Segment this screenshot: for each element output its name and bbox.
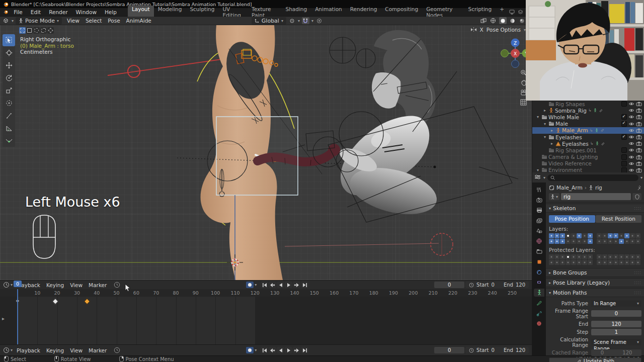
- tab-scene[interactable]: [534, 227, 544, 235]
- eye-icon[interactable]: [628, 135, 634, 139]
- layer-cell[interactable]: [571, 233, 576, 238]
- outliner-row[interactable]: ▾Eyelashes: [532, 134, 644, 140]
- snap-magnet-icon[interactable]: [302, 17, 309, 24]
- layer-cell[interactable]: [602, 254, 607, 259]
- select-lasso-button[interactable]: [40, 27, 47, 34]
- start-value[interactable]: 0: [492, 282, 495, 288]
- layer-cell[interactable]: [608, 239, 613, 244]
- layer-cell[interactable]: [554, 239, 559, 244]
- layer-cell[interactable]: [560, 254, 565, 259]
- outliner-row[interactable]: Camera & Lighting: [532, 154, 644, 160]
- proportional-edit-icon[interactable]: [315, 17, 323, 24]
- mode-dropdown[interactable]: Pose Mode ▾: [16, 17, 62, 25]
- layer-cell[interactable]: [566, 254, 571, 259]
- layers-icon[interactable]: [518, 10, 523, 15]
- layer-cell[interactable]: [597, 260, 602, 265]
- keyframe-diamond[interactable]: [52, 298, 58, 305]
- camera-icon[interactable]: [636, 115, 642, 119]
- select-paint-button[interactable]: [47, 27, 54, 34]
- armature-name-field[interactable]: rig: [561, 193, 631, 200]
- frame-range-end-field[interactable]: 120: [591, 321, 641, 327]
- layer-cell[interactable]: [619, 233, 624, 238]
- timeline2-menu-item[interactable]: Playback: [14, 347, 43, 353]
- auto-key-button[interactable]: [246, 282, 254, 288]
- rest-position-button[interactable]: Rest Position: [596, 215, 642, 223]
- layer-cell[interactable]: [571, 260, 576, 265]
- app-menu-item[interactable]: Help: [101, 9, 121, 16]
- layer-cell[interactable]: [624, 233, 629, 238]
- end2-value[interactable]: 120: [516, 347, 525, 353]
- breadcrumb-data[interactable]: rig: [595, 185, 602, 191]
- jump-to-start-button[interactable]: [261, 282, 268, 288]
- gizmo-toggle-icon[interactable]: [480, 17, 488, 24]
- layer-cell[interactable]: [597, 254, 602, 259]
- blender-menu-icon[interactable]: [3, 10, 9, 15]
- armature-id-icon[interactable]: ▾: [549, 193, 559, 200]
- eye-icon[interactable]: [628, 148, 634, 152]
- layer-cell[interactable]: [630, 233, 635, 238]
- timeline2-menu-item[interactable]: View: [67, 347, 86, 353]
- properties-editor-icon[interactable]: [534, 174, 541, 180]
- tool-transform[interactable]: [3, 97, 15, 109]
- include-checkbox[interactable]: [621, 147, 627, 153]
- layer-cell[interactable]: [582, 254, 587, 259]
- tab-bone[interactable]: [534, 299, 544, 307]
- layer-cell[interactable]: [582, 239, 587, 244]
- editor-type-icon[interactable]: [2, 17, 10, 24]
- expand-icon[interactable]: ▾: [542, 135, 547, 139]
- properties-editor-caret[interactable]: ▾: [543, 175, 545, 180]
- mirror-x-label[interactable]: X: [480, 27, 484, 33]
- timeline-menu-item[interactable]: View: [67, 282, 86, 288]
- layer-cell[interactable]: [549, 254, 554, 259]
- eye-icon[interactable]: [628, 161, 634, 166]
- layer-cell[interactable]: [619, 254, 624, 259]
- layer-cell[interactable]: [582, 233, 587, 238]
- camera-icon[interactable]: [636, 135, 642, 139]
- layer-cell[interactable]: [549, 260, 554, 265]
- layer-cell[interactable]: [577, 254, 582, 259]
- timeline2-editor-caret[interactable]: ▾: [11, 348, 13, 352]
- layer-cell[interactable]: [560, 260, 565, 265]
- layer-cell[interactable]: [597, 239, 602, 244]
- camera-icon[interactable]: [636, 161, 642, 166]
- pose-options-dropdown[interactable]: Pose Options: [487, 27, 521, 33]
- tab-collection[interactable]: [534, 247, 544, 255]
- timeline-menu-item[interactable]: Marker: [86, 282, 110, 288]
- eye-icon[interactable]: [628, 115, 634, 119]
- include-checkbox[interactable]: [621, 134, 627, 140]
- tool-move[interactable]: [3, 59, 15, 71]
- layer-cell[interactable]: [624, 254, 629, 259]
- timeline-menu-item[interactable]: Keying: [43, 282, 67, 288]
- playback-sync-icon[interactable]: [114, 282, 120, 288]
- playhead-flag[interactable]: 0: [14, 281, 22, 287]
- breadcrumb-object[interactable]: Male_Arm: [556, 185, 583, 191]
- outliner-row[interactable]: Rig Shapes.001: [532, 147, 644, 153]
- camera-icon[interactable]: [636, 128, 642, 133]
- jump-to-start2-button[interactable]: [261, 347, 268, 353]
- skeleton-section-header[interactable]: ▾ Skeleton ::::: [546, 204, 644, 213]
- tool-scale[interactable]: [3, 84, 15, 97]
- app-menu-item[interactable]: File: [10, 9, 27, 16]
- motion-paths-section-header[interactable]: ▾ Motion Paths ::::: [546, 288, 644, 297]
- outliner-row[interactable]: ▸Sombra_Rig↳: [532, 107, 644, 114]
- fake-user-shield-icon[interactable]: [632, 193, 641, 200]
- update-path-button[interactable]: Update Path: [549, 357, 641, 362]
- layer-cell[interactable]: [602, 233, 607, 238]
- layer-cell[interactable]: [635, 254, 640, 259]
- prev-keyframe-button[interactable]: [269, 282, 276, 288]
- play-button[interactable]: [285, 282, 292, 288]
- play2-button[interactable]: [285, 347, 292, 353]
- paths-type-dropdown[interactable]: In Range▾: [591, 300, 641, 307]
- screen-icon[interactable]: [509, 10, 515, 15]
- timeline2-menu-item[interactable]: Marker: [86, 347, 110, 353]
- outliner-row[interactable]: Video Reference: [532, 160, 644, 167]
- tab-physics[interactable]: [534, 268, 544, 276]
- viewport-3d[interactable]: 19: [0, 25, 532, 280]
- pivot-caret[interactable]: ▾: [298, 19, 300, 23]
- expand-icon[interactable]: ▾: [535, 115, 540, 119]
- layer-cell[interactable]: [613, 260, 618, 265]
- layer-cell[interactable]: [588, 254, 593, 259]
- layer-cell[interactable]: [619, 260, 624, 265]
- layer-cell[interactable]: [549, 239, 554, 244]
- tab-world[interactable]: [534, 237, 544, 245]
